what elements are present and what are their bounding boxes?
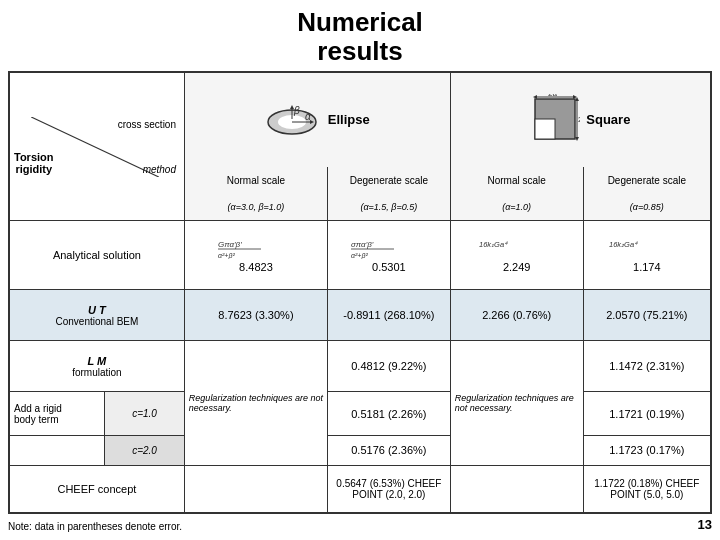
svg-text:β: β	[293, 105, 300, 116]
cheef-label-cell: CHEEF concept	[9, 466, 184, 513]
square-normal-params: (α=1.0)	[450, 194, 583, 220]
rigid-c20-ellipse-deg: 0.5176 (2.36%)	[328, 435, 451, 465]
page: Numerical results cross section	[0, 0, 720, 540]
square-title: Square	[586, 112, 630, 127]
svg-text:2a: 2a	[548, 94, 557, 98]
ellipse-header: β α Ellipse	[184, 72, 450, 167]
analytical-square-deg: 16k₂Ga⁴ 1.174	[583, 220, 711, 289]
square-normal-header: Normal scale	[450, 167, 583, 194]
ut-ellipse-normal: 8.7623 (3.30%)	[184, 289, 327, 340]
cheef-row: CHEEF concept 0.5647 (6.53%) CHEEF POINT…	[9, 466, 711, 513]
svg-text:σπα'β': σπα'β'	[351, 240, 374, 249]
square-header: 2a 2a Square	[450, 72, 711, 167]
rigid-c10-row: Add a rigid body term c=1.0 0.5181 (2.26…	[9, 392, 711, 435]
c10-label: c=1.0	[105, 392, 185, 435]
method-label: method	[143, 164, 176, 175]
square-deg-params: (α=0.85)	[583, 194, 711, 220]
formula-square-normal-svg: 16k₁Ga⁴	[477, 237, 557, 259]
ut-square-normal: 2.266 (0.76%)	[450, 289, 583, 340]
rigid-c20-square-deg: 1.1723 (0.17%)	[583, 435, 711, 465]
ut-square-deg: 2.0570 (75.21%)	[583, 289, 711, 340]
analytical-square-normal: 16k₁Ga⁴ 2.249	[450, 220, 583, 289]
analytical-ellipse-normal-val: 8.4823	[189, 261, 323, 273]
title-line2: results	[317, 36, 402, 66]
page-number: 13	[698, 517, 712, 532]
analytical-square-deg-val: 1.174	[588, 261, 706, 273]
svg-text:Gπα'β': Gπα'β'	[218, 240, 242, 249]
c20-label: c=2.0	[105, 435, 185, 465]
rigid-c20-row: c=2.0 0.5176 (2.36%) 1.1723 (0.17%)	[9, 435, 711, 465]
lm-label2: formulation	[14, 367, 180, 378]
cheef-ellipse-normal	[184, 466, 327, 513]
page-title: Numerical results	[8, 8, 712, 65]
lm-square-reg-text: Regularization techniques are not necess…	[450, 341, 583, 466]
svg-text:16k₂Ga⁴: 16k₂Ga⁴	[609, 240, 638, 249]
note-text: Note: data in parentheses denote error.	[8, 521, 182, 532]
svg-text:α²+β²: α²+β²	[218, 252, 235, 259]
ellipse-normal-params: (α=3.0, β=1.0)	[184, 194, 327, 220]
analytical-label-cell: Analytical solution	[9, 220, 184, 289]
diagonal-header-cell: cross section Torsionrigidity method	[10, 117, 180, 177]
ellipse-icon: β α	[265, 102, 320, 137]
square-icon: 2a 2a	[530, 94, 580, 144]
ut-label2: Conventional BEM	[14, 316, 180, 327]
ellipse-deg-header: Degenerate scale	[328, 167, 451, 194]
cross-section-label: cross section	[118, 119, 176, 130]
cheef-ellipse-deg: 0.5647 (6.53%) CHEEF POINT (2.0, 2.0)	[328, 466, 451, 513]
analytical-ellipse-normal: Gπα'β' α²+β² 8.4823	[184, 220, 327, 289]
formula-ellipse-deg-svg: σπα'β' α²+β²	[349, 237, 429, 259]
ellipse-normal-header: Normal scale	[184, 167, 327, 194]
rigid-label-cell: Add a rigid body term	[9, 392, 105, 435]
lm-square-deg: 1.1472 (2.31%)	[583, 341, 711, 392]
ellipse-deg-params: (α=1.5, β=0.5)	[328, 194, 451, 220]
lm-label-cell: L M formulation	[9, 341, 184, 392]
svg-text:α²+β²: α²+β²	[351, 252, 368, 259]
cheef-square-normal	[450, 466, 583, 513]
square-deg-header: Degenerate scale	[583, 167, 711, 194]
ut-label-cell: U T Conventional BEM	[9, 289, 184, 340]
analytical-ellipse-deg-val: 0.5301	[332, 261, 446, 273]
rigid-c20-empty	[9, 435, 105, 465]
title-line1: Numerical	[297, 7, 423, 37]
analytical-row: Analytical solution Gπα'β' α²+β² 8.4823	[9, 220, 711, 289]
main-table: cross section Torsionrigidity method	[8, 71, 712, 514]
lm-ellipse-deg: 0.4812 (9.22%)	[328, 341, 451, 392]
formula-square-deg-svg: 16k₂Ga⁴	[607, 237, 687, 259]
ellipse-title: Ellipse	[328, 112, 370, 127]
lm-label1: L M	[14, 355, 180, 367]
torsion-rigidity-label: Torsionrigidity	[14, 151, 54, 175]
lm-reg-text: Regularization techniques are not necess…	[184, 341, 327, 466]
rigid-c10-ellipse-deg: 0.5181 (2.26%)	[328, 392, 451, 435]
rigid-c10-square-deg: 1.1721 (0.19%)	[583, 392, 711, 435]
ut-ellipse-deg: -0.8911 (268.10%)	[328, 289, 451, 340]
header-row-1: cross section Torsionrigidity method	[9, 72, 711, 167]
lm-row: L M formulation Regularization technique…	[9, 341, 711, 392]
cheef-square-deg: 1.1722 (0.18%) CHEEF POINT (5.0, 5.0)	[583, 466, 711, 513]
svg-text:2a: 2a	[578, 115, 580, 124]
svg-rect-10	[535, 119, 555, 139]
ut-label1: U T	[14, 304, 180, 316]
analytical-ellipse-deg: σπα'β' α²+β² 0.5301	[328, 220, 451, 289]
ut-row: U T Conventional BEM 8.7623 (3.30%) -0.8…	[9, 289, 711, 340]
analytical-square-normal-val: 2.249	[455, 261, 579, 273]
svg-text:16k₁Ga⁴: 16k₁Ga⁴	[479, 240, 508, 249]
svg-text:α: α	[305, 111, 311, 122]
formula-ellipse-normal-svg: Gπα'β' α²+β²	[216, 237, 296, 259]
